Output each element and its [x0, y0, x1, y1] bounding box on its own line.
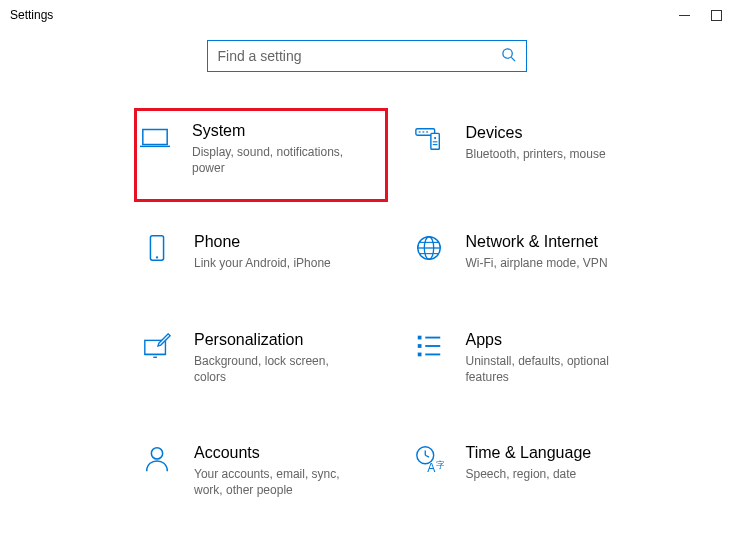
tile-title: Accounts: [194, 444, 364, 462]
titlebar: Settings: [0, 0, 733, 30]
maximize-button[interactable]: [709, 0, 723, 30]
svg-point-15: [156, 257, 158, 259]
tile-title: Apps: [466, 331, 636, 349]
window-title: Settings: [10, 8, 53, 22]
svg-line-3: [511, 57, 515, 61]
tile-title: Devices: [466, 124, 606, 142]
tile-title: Network & Internet: [466, 233, 608, 251]
svg-rect-26: [417, 352, 421, 356]
tile-network[interactable]: Network & Internet Wi-Fi, airplane mode,…: [412, 231, 654, 273]
svg-rect-25: [417, 344, 421, 348]
tile-desc: Speech, region, date: [466, 466, 592, 482]
time-language-icon: A字: [414, 444, 444, 474]
tile-accounts[interactable]: Accounts Your accounts, email, sync, wor…: [140, 442, 382, 500]
svg-line-33: [425, 455, 429, 457]
tile-desc: Your accounts, email, sync, work, other …: [194, 466, 364, 498]
tile-phone[interactable]: Phone Link your Android, iPhone: [140, 231, 382, 273]
tile-personalization[interactable]: Personalization Background, lock screen,…: [140, 329, 382, 387]
settings-grid: System Display, sound, notifications, po…: [0, 72, 733, 500]
tile-desc: Uninstall, defaults, optional features: [466, 353, 636, 385]
tile-desc: Display, sound, notifications, power: [192, 144, 362, 176]
minimize-icon: [679, 10, 690, 21]
person-icon: [142, 444, 172, 474]
svg-point-11: [433, 137, 435, 139]
svg-point-30: [151, 448, 162, 459]
minimize-button[interactable]: [677, 0, 691, 30]
search-icon: [501, 47, 516, 66]
maximize-icon: [711, 10, 722, 21]
tile-title: Personalization: [194, 331, 364, 349]
svg-text:字: 字: [435, 460, 443, 470]
svg-rect-1: [711, 10, 721, 20]
search-input[interactable]: [218, 48, 478, 64]
apps-list-icon: [414, 331, 444, 361]
display-icon: [140, 122, 170, 152]
devices-icon: [414, 124, 444, 154]
tile-title: System: [192, 122, 362, 140]
tile-devices[interactable]: Devices Bluetooth, printers, mouse: [412, 122, 654, 176]
tile-desc: Link your Android, iPhone: [194, 255, 331, 271]
tile-desc: Wi-Fi, airplane mode, VPN: [466, 255, 608, 271]
tile-apps[interactable]: Apps Uninstall, defaults, optional featu…: [412, 329, 654, 387]
tile-time-language[interactable]: A字 Time & Language Speech, region, date: [412, 442, 654, 500]
svg-rect-4: [143, 130, 167, 145]
search-box[interactable]: [207, 40, 527, 72]
paintbrush-icon: [142, 331, 172, 361]
tile-desc: Background, lock screen, colors: [194, 353, 364, 385]
search-container: [0, 40, 733, 72]
globe-icon: [414, 233, 444, 263]
phone-icon: [142, 233, 172, 263]
tile-desc: Bluetooth, printers, mouse: [466, 146, 606, 162]
tile-system[interactable]: System Display, sound, notifications, po…: [134, 108, 388, 202]
tile-title: Phone: [194, 233, 331, 251]
svg-rect-24: [417, 335, 421, 339]
svg-point-2: [502, 48, 511, 57]
window-controls: [677, 0, 733, 30]
tile-title: Time & Language: [466, 444, 592, 462]
